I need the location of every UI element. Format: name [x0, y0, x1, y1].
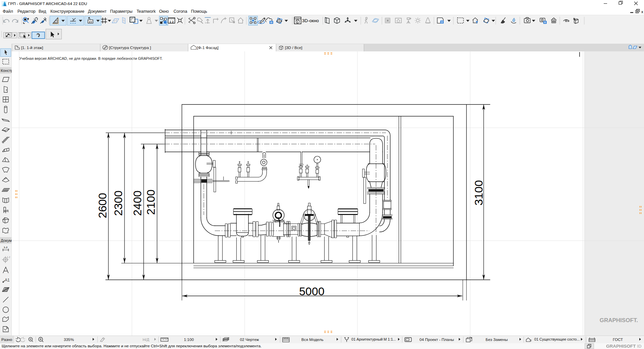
svg-text:1 2: 1 2 [169, 20, 174, 24]
svg-text:2600: 2600 [96, 193, 109, 218]
svg-text:Учебная версия ARCHICAD, не дл: Учебная версия ARCHICAD, не для продажи.… [19, 56, 163, 60]
svg-text:1.2: 1.2 [4, 246, 8, 249]
svg-text:1.2: 1.2 [7, 256, 10, 259]
svg-text:3100: 3100 [472, 180, 485, 206]
svg-text:2100: 2100 [144, 189, 157, 215]
svg-text:3D-окно: 3D-окно [302, 18, 319, 23]
svg-text:x: x [641, 10, 643, 14]
svg-text:5000: 5000 [299, 285, 325, 298]
svg-text:2400: 2400 [131, 190, 144, 216]
svg-text:Констр: Констр [1, 69, 12, 73]
svg-text:A1: A1 [5, 278, 10, 282]
svg-text:XY: XY [89, 20, 93, 24]
svg-text:2300: 2300 [112, 190, 125, 216]
svg-text:GRAPHISOFT.: GRAPHISOFT. [600, 317, 638, 323]
svg-text:Докум: Докум [1, 238, 12, 243]
